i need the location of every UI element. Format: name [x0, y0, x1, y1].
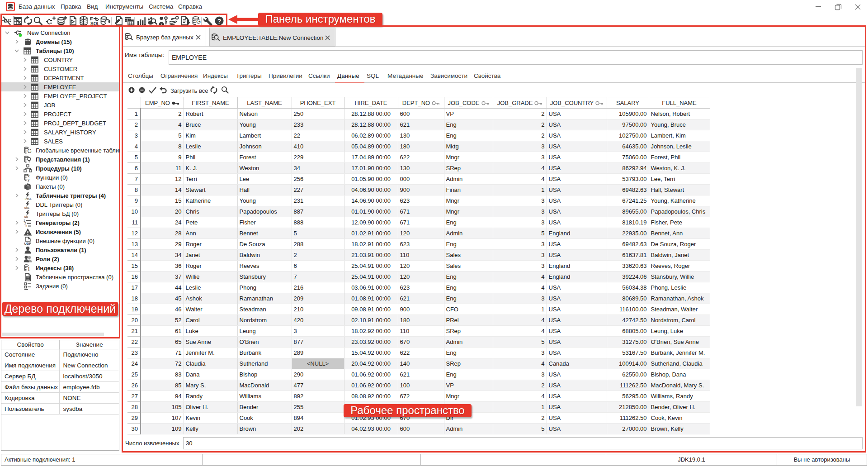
svg-text:?: ? — [217, 18, 222, 25]
svg-text:G: G — [196, 18, 201, 25]
svg-text:y: y — [28, 177, 30, 182]
svg-text:G: G — [28, 148, 32, 154]
svg-text:I: I — [28, 265, 30, 272]
svg-text:UDF: UDF — [24, 242, 32, 245]
